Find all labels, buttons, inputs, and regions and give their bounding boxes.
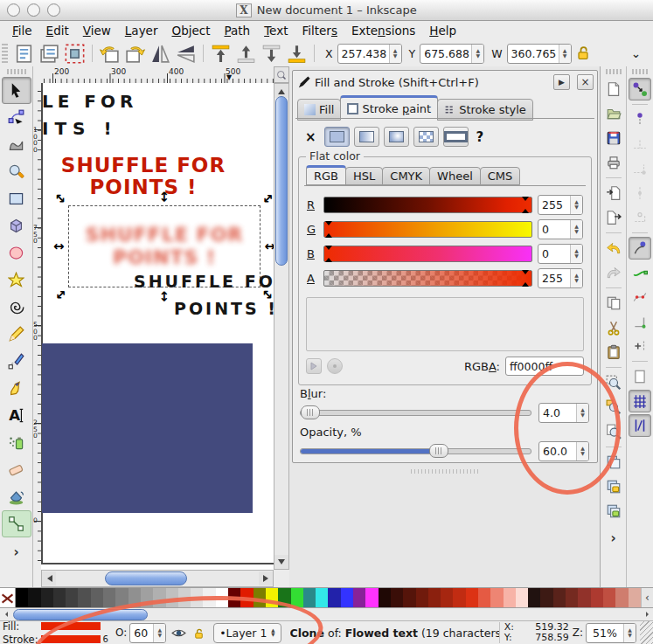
scale-handle-w[interactable]: ↔ bbox=[53, 240, 65, 253]
create-clone-button[interactable] bbox=[602, 475, 625, 498]
blue-channel-spin[interactable]: 0▲▼ bbox=[538, 244, 583, 264]
palette-swatch[interactable] bbox=[603, 588, 615, 607]
palette-swatch[interactable] bbox=[341, 588, 353, 607]
text-object-clipped[interactable]: LE FOR ITS ! bbox=[42, 88, 137, 142]
alpha-channel-spin[interactable]: 255▲▼ bbox=[538, 268, 583, 288]
scale-handle-e[interactable]: ↔ bbox=[264, 240, 274, 253]
tool-star[interactable] bbox=[2, 267, 31, 294]
palette-swatch[interactable] bbox=[615, 588, 628, 607]
toolbox-expander-icon[interactable]: › bbox=[13, 544, 18, 560]
palette-swatch[interactable] bbox=[478, 588, 490, 607]
tool-spiral[interactable] bbox=[2, 294, 31, 321]
no-paint-button[interactable]: × bbox=[305, 129, 316, 145]
palette-swatch[interactable] bbox=[516, 588, 528, 607]
scroll-left-button[interactable] bbox=[42, 571, 56, 585]
rgba-entry[interactable]: ff0000ff bbox=[505, 357, 584, 376]
toolbox-drag-handle[interactable] bbox=[7, 69, 26, 74]
stroke-color-swatch[interactable] bbox=[41, 635, 101, 643]
tool-eraser[interactable] bbox=[2, 456, 31, 483]
blue-channel-slider[interactable] bbox=[323, 246, 532, 262]
snap-enable-button[interactable] bbox=[629, 78, 651, 100]
rotate-ccw-button[interactable] bbox=[98, 42, 122, 66]
palette-swatch[interactable] bbox=[316, 588, 328, 607]
palette-swatch[interactable] bbox=[129, 588, 141, 607]
palette-scroll-icon[interactable]: ‹ bbox=[641, 588, 653, 607]
save-document-button[interactable] bbox=[602, 127, 625, 149]
menu-help[interactable]: Help bbox=[422, 23, 463, 38]
palette-swatch[interactable] bbox=[441, 588, 453, 607]
tool-tweak[interactable] bbox=[2, 131, 31, 158]
w-field-steppers[interactable]: ▲▼ bbox=[559, 45, 571, 63]
export-button[interactable] bbox=[602, 206, 625, 229]
horizontal-scrollbar[interactable] bbox=[41, 570, 274, 587]
snap-bbox-corners-button[interactable] bbox=[629, 157, 651, 180]
palette-swatch[interactable] bbox=[490, 588, 503, 607]
duplicate-button[interactable] bbox=[602, 451, 625, 474]
zoom-selection-button[interactable] bbox=[602, 371, 625, 394]
palette-swatch[interactable] bbox=[629, 588, 641, 607]
scale-handle-ne[interactable]: ↔ bbox=[260, 190, 274, 207]
palette-swatch[interactable] bbox=[504, 588, 516, 607]
menu-path[interactable]: Path bbox=[217, 23, 257, 38]
vertical-scrollbar[interactable] bbox=[274, 83, 289, 570]
tool-paint-bucket[interactable] bbox=[2, 483, 31, 510]
tool-spray[interactable] bbox=[2, 429, 31, 456]
palette-swatch[interactable] bbox=[365, 588, 378, 607]
tab-cmyk[interactable]: CMYK bbox=[382, 167, 430, 185]
gradient-stop-prev-button[interactable] bbox=[306, 358, 322, 374]
select-all-layers-button[interactable] bbox=[38, 42, 61, 66]
rectangle-object[interactable] bbox=[42, 343, 253, 513]
text-object-red[interactable]: SHUFFLE FOR POINTS ! bbox=[41, 155, 247, 198]
dialog-resize-grip[interactable] bbox=[411, 469, 479, 474]
tab-rgb[interactable]: RGB bbox=[306, 165, 346, 185]
fill-stroke-indicator[interactable]: Fill: Stroke: 6 bbox=[3, 620, 108, 644]
layer-lock-icon[interactable] bbox=[191, 627, 206, 640]
green-channel-spin[interactable]: 0▲▼ bbox=[538, 219, 583, 239]
raise-button[interactable] bbox=[234, 42, 258, 66]
paste-button[interactable] bbox=[602, 341, 625, 364]
tool-3dbox[interactable] bbox=[2, 212, 31, 239]
y-field-steppers[interactable]: ▲▼ bbox=[471, 45, 483, 63]
zoom-drawing-button[interactable] bbox=[602, 396, 625, 419]
y-field[interactable]: 675.688▲▼ bbox=[420, 44, 484, 64]
horizontal-ruler[interactable]: ▼ 200300400500600 bbox=[41, 66, 274, 84]
scale-handle-sw[interactable]: ↔ bbox=[52, 287, 69, 303]
tab-cms[interactable]: CMS bbox=[480, 167, 521, 185]
flip-horizontal-button[interactable] bbox=[149, 42, 172, 66]
commands-expander-icon[interactable]: › bbox=[610, 530, 615, 546]
palette-swatch[interactable] bbox=[379, 588, 391, 607]
quick-zoom-button[interactable] bbox=[274, 66, 289, 83]
palette-swatch[interactable] bbox=[266, 588, 278, 607]
blur-slider[interactable] bbox=[300, 410, 531, 416]
scale-handle-n[interactable]: ↔ bbox=[158, 191, 170, 203]
redo-button[interactable] bbox=[602, 261, 625, 284]
red-channel-spin[interactable]: 255▲▼ bbox=[538, 195, 583, 215]
fill-color-swatch[interactable] bbox=[41, 622, 101, 630]
open-document-button[interactable] bbox=[602, 102, 625, 125]
palette-swatch[interactable] bbox=[540, 588, 552, 607]
commands-drag-handle[interactable] bbox=[606, 69, 622, 74]
palette-swatch[interactable] bbox=[416, 588, 428, 607]
tab-stroke-paint[interactable]: Stroke paint bbox=[340, 95, 438, 121]
w-field[interactable]: 360.765▲▼ bbox=[507, 44, 572, 64]
swatch-button[interactable] bbox=[443, 127, 469, 147]
snap-drag-handle[interactable] bbox=[632, 69, 648, 74]
palette-scroll-left-button[interactable] bbox=[0, 608, 12, 620]
snap-guides-button[interactable] bbox=[629, 414, 651, 437]
palette-swatch[interactable] bbox=[178, 588, 191, 607]
dialog-shade-button[interactable]: ▶ bbox=[553, 74, 570, 90]
tab-hsl[interactable]: HSL bbox=[345, 167, 383, 185]
scroll-down-button[interactable] bbox=[274, 555, 288, 569]
palette-swatch[interactable] bbox=[153, 588, 165, 607]
snap-path-intersections-button[interactable] bbox=[629, 286, 651, 308]
snap-bbox-edge-midpoints-button[interactable] bbox=[629, 182, 651, 204]
rotate-cw-button[interactable] bbox=[123, 42, 147, 66]
scroll-right-button[interactable] bbox=[259, 571, 273, 585]
palette-swatch[interactable] bbox=[216, 588, 228, 607]
palette-swatch[interactable] bbox=[203, 588, 215, 607]
palette-swatch[interactable] bbox=[278, 588, 290, 607]
snap-bbox-edges-button[interactable] bbox=[629, 133, 651, 156]
opacity-slider-thumb[interactable] bbox=[429, 444, 448, 458]
menu-file[interactable]: File bbox=[5, 23, 39, 38]
green-channel-slider[interactable] bbox=[323, 221, 532, 238]
